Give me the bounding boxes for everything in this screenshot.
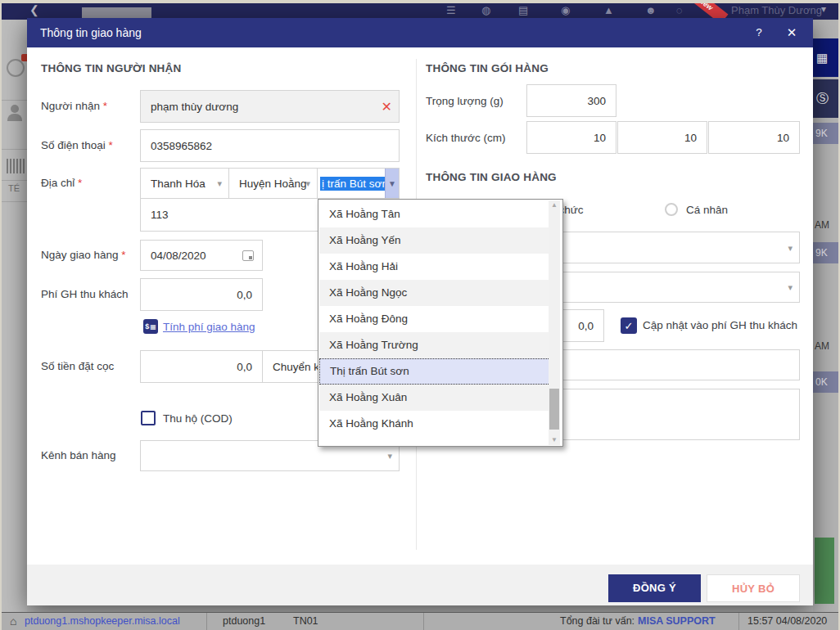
search-icon: ◌	[676, 3, 683, 18]
update-fee-label[interactable]: Cập nhật vào phí GH thu khách	[643, 319, 797, 331]
package-section-title: THÔNG TIN GÓI HÀNG	[426, 62, 549, 74]
chevron-down-icon[interactable]: ▾	[788, 242, 793, 253]
size-length-field[interactable]: 10	[526, 121, 616, 154]
shipfee-value: 0,0	[237, 289, 252, 301]
weight-value: 300	[587, 95, 606, 107]
globe-icon: ◉	[561, 3, 570, 18]
weight-label: Trọng lượng (g)	[426, 95, 504, 107]
scrollbar-thumb[interactable]	[549, 389, 559, 430]
delivery-section-title: THÔNG TIN GIAO HÀNG	[426, 171, 557, 183]
chevron-down-icon[interactable]: ▾	[387, 451, 392, 461]
commune-selected-text: ị trấn Bút sơn	[320, 177, 390, 191]
modal-title: Thông tin giao hàng	[40, 18, 142, 47]
status-bar: ⌂ ptduong1.mshopkeeper.misa.local ptduon…	[0, 612, 840, 630]
street-address-value: 113	[151, 209, 169, 221]
cart-icon	[7, 59, 25, 77]
calculator-icon[interactable]: $▦	[143, 319, 158, 334]
size-length-value: 10	[594, 132, 606, 144]
size-height-field[interactable]: 10	[708, 121, 800, 154]
list-item-selected[interactable]: Thị trấn Bút sơn	[319, 358, 550, 385]
ok-button[interactable]: ĐỒNG Ý	[608, 574, 701, 602]
personal-radio[interactable]	[665, 203, 678, 216]
dropdown-scrollbar[interactable]: ▲ ▼	[549, 200, 560, 445]
list-item[interactable]: Xã Hoằng Hải	[319, 254, 550, 280]
home-icon[interactable]: ⌂	[10, 614, 16, 628]
recipient-name-value: phạm thùy dương	[151, 101, 238, 113]
s-tile-icon: Ⓢ	[813, 79, 838, 118]
menu-icon: ☰	[446, 3, 456, 18]
list-item[interactable]: Xã Hoằng Đông	[319, 306, 550, 332]
sidebar-text-fragment: TÉ	[8, 183, 20, 193]
chevron-down-icon[interactable]: ▾	[788, 282, 793, 293]
cod-label: Thu hộ (COD)	[163, 412, 233, 425]
list-item[interactable]: Xã Hoằng Yến	[319, 227, 550, 254]
calc-fee-link[interactable]: Tính phí giao hàng	[163, 321, 255, 333]
phone-field[interactable]: 0358965862	[140, 129, 400, 162]
name-label: Người nhận *	[41, 100, 107, 112]
scroll-up-icon[interactable]: ▲	[549, 200, 560, 210]
recipient-name-field[interactable]: phạm thùy dương ✕	[140, 90, 400, 123]
personal-radio-label[interactable]: Cá nhân	[686, 204, 728, 216]
delivery-note-field[interactable]	[531, 349, 800, 380]
chevron-down-icon[interactable]: ▾	[305, 178, 310, 189]
calendar-icon[interactable]	[242, 250, 254, 261]
upload-icon: ▲	[603, 3, 614, 18]
deposit-label: Số tiền đặt cọc	[41, 360, 114, 372]
support-label: Tổng đài tư vấn:	[560, 615, 635, 627]
price-fragment: 0K	[813, 371, 838, 393]
cancel-button[interactable]: HỦY BỎ	[707, 574, 800, 602]
status-store: TN01	[293, 615, 318, 627]
size-width-value: 10	[684, 132, 697, 144]
clear-name-icon[interactable]: ✕	[382, 99, 392, 115]
deposit-value: 0,0	[237, 361, 252, 373]
size-height-value: 10	[777, 132, 789, 144]
support-link[interactable]: MISA SUPPORT	[638, 615, 716, 627]
delivery-date-field[interactable]: 04/08/2020	[140, 240, 263, 271]
help-circle-icon: ◍	[481, 3, 490, 18]
clipboard-icon: ▤	[518, 3, 528, 18]
barcode-icon	[7, 159, 25, 173]
help-button[interactable]: ?	[747, 18, 770, 47]
cod-checkbox[interactable]	[141, 411, 156, 425]
delivery-note-textarea[interactable]	[531, 389, 800, 440]
list-item[interactable]: Xã Hoằng Khánh	[319, 411, 550, 437]
province-select[interactable]: Thanh Hóa ▾	[140, 168, 229, 199]
delivery-service-select[interactable]: ▾	[531, 272, 800, 303]
modal-footer: ĐỒNG Ý HỦY BỎ	[27, 565, 813, 605]
commune-dropdown-button[interactable]: ▼	[385, 169, 399, 198]
list-item[interactable]: Xã Hoằng Trường	[319, 332, 550, 358]
app-search-box	[82, 7, 151, 18]
shipfee-label: Phí GH thu khách	[41, 288, 129, 300]
shipfee-field[interactable]: 0,0	[140, 278, 263, 311]
customer-icon-body	[7, 114, 22, 121]
delivery-date-value: 04/08/2020	[151, 250, 206, 262]
list-item[interactable]: Xã Hoằng Xuân	[319, 385, 550, 411]
size-width-field[interactable]: 10	[617, 121, 707, 154]
phone-label: Số điện thoại *	[41, 139, 113, 151]
background-sidebar: TÉ	[2, 20, 27, 612]
chevron-down-icon[interactable]: ▾	[217, 178, 222, 189]
recipient-section-title: THÔNG TIN NGƯỜI NHẬN	[41, 62, 181, 74]
site-link[interactable]: ptduong1.mshopkeeper.misa.local	[25, 615, 180, 627]
price-fragment: 9K	[813, 123, 838, 144]
district-select[interactable]: Huyện Hoằng ▾	[228, 168, 318, 199]
list-item[interactable]: Xã Hoằng Tân	[319, 201, 550, 227]
deposit-field[interactable]: 0,0	[140, 350, 263, 383]
phone-value: 0358965862	[151, 140, 212, 152]
grid-tile-icon: ▦	[813, 38, 838, 77]
close-button[interactable]: ✕	[780, 18, 803, 47]
status-datetime: 15:57 04/08/2020	[747, 615, 827, 627]
commune-combobox[interactable]: ị trấn Bút sơn ▼	[317, 168, 400, 199]
update-fee-checkbox[interactable]: ✓	[621, 317, 637, 334]
weight-field[interactable]: 300	[526, 84, 616, 117]
background-right-panel: ▦ Ⓢ 9K AM 9K AM 0K	[813, 20, 838, 612]
screen: ❮ ☰ ◍ ▤ ◉ ▲ ☻ ◌ New Phạm Thùy Dương ▾ TÉ…	[0, 0, 840, 630]
partner-fee-value: 0,0	[578, 320, 594, 332]
address-label: Địa chỉ *	[41, 177, 82, 189]
scroll-down-icon[interactable]: ▼	[549, 435, 560, 445]
list-item[interactable]: Xã Hoằng Ngọc	[319, 280, 550, 306]
commune-dropdown-list: Xã Hoằng Tân Xã Hoằng Yến Xã Hoằng Hải X…	[318, 199, 563, 447]
customer-icon	[11, 105, 19, 113]
delivery-partner-select[interactable]: ▾	[531, 232, 800, 263]
user-icon: ☻	[645, 3, 657, 18]
